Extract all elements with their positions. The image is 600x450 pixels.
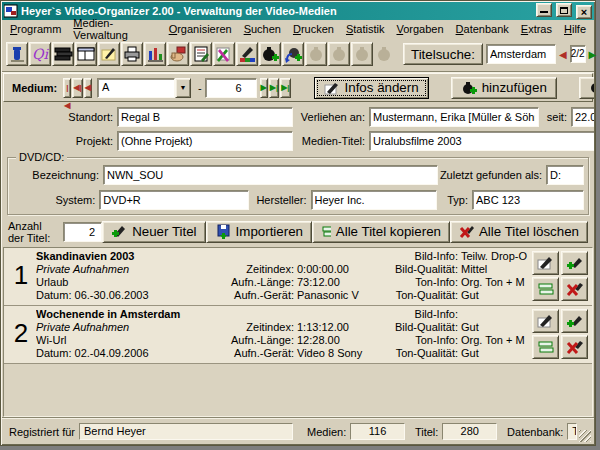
quick-info-icon[interactable]: Qi bbox=[29, 42, 51, 66]
medium-action-icon-4 bbox=[374, 42, 394, 66]
search-input[interactable] bbox=[486, 44, 556, 64]
menu-datenbank[interactable]: Datenbank bbox=[450, 22, 515, 36]
zeitindex-label: Zeitindex: bbox=[224, 321, 294, 334]
aufn-laenge-value: 73:12.00 bbox=[297, 276, 340, 289]
main-area: Medium: |◀ ◀| ◀ A ▼ - ▶ ▶| ▶| Infos ände… bbox=[2, 72, 594, 418]
medium-loeschen-button[interactable]: löschen bbox=[579, 77, 594, 99]
search-prev-icon[interactable]: ◀ bbox=[559, 49, 567, 60]
medium-next-block-button[interactable]: ▶| bbox=[269, 78, 279, 98]
toolbar: Qi bbox=[2, 37, 594, 72]
entry-recording-info: Zeitindex:0:00:00.00 Aufn.-Länge:73:12.0… bbox=[224, 249, 382, 304]
entry-number: 1 bbox=[6, 249, 36, 304]
titelsuche-button[interactable]: Titelsuche: bbox=[403, 43, 483, 65]
close-button[interactable]: × bbox=[576, 5, 592, 19]
maximize-button[interactable] bbox=[556, 3, 572, 17]
neuer-titel-label: Neuer Titel bbox=[132, 224, 196, 239]
medium-hinzufuegen-button[interactable]: hinzufügen bbox=[451, 77, 557, 99]
entry-recording-info: Zeitindex:1:13:12.00 Aufn.-Länge:12:28.0… bbox=[224, 307, 382, 362]
lend-icon[interactable] bbox=[167, 42, 189, 66]
search-next-icon[interactable]: ▶ bbox=[589, 49, 597, 60]
exit-icon[interactable] bbox=[6, 42, 28, 66]
copy-title-icon[interactable] bbox=[532, 335, 559, 359]
neuer-titel-button[interactable]: Neuer Titel bbox=[102, 221, 205, 243]
anzahl-titel-label: Anzahl der Titel: bbox=[8, 220, 59, 244]
menu-statistik[interactable]: Statistik bbox=[340, 22, 391, 36]
import-disk-icon bbox=[215, 224, 231, 239]
medium-action-icon-2 bbox=[328, 42, 350, 66]
standort-field[interactable] bbox=[117, 107, 293, 127]
projekt-field[interactable] bbox=[117, 131, 293, 151]
medium-combo[interactable]: A ▼ bbox=[97, 78, 191, 98]
menu-bar: Programm Medien-Verwaltung Organisieren … bbox=[2, 20, 594, 37]
entry-title: Skandinavien 2003 bbox=[36, 250, 224, 263]
zuletzt-gefunden-label: Zuletzt gefunden als: bbox=[438, 169, 546, 181]
add-medium-icon[interactable] bbox=[259, 42, 281, 66]
menu-vorgaben[interactable]: Vorgaben bbox=[390, 22, 449, 36]
alle-titel-kopieren-button[interactable]: Alle Titel kopieren bbox=[312, 221, 450, 243]
bild-qualitaet-value: Gut bbox=[461, 321, 479, 334]
pen-icon bbox=[324, 81, 340, 95]
entry-actions bbox=[532, 307, 590, 362]
edit-title-icon[interactable] bbox=[532, 309, 559, 333]
mark-icon[interactable] bbox=[236, 42, 258, 66]
dvdcd-group: DVD/CD: Bezeichnung: Zuletzt gefunden al… bbox=[7, 157, 589, 215]
entry-title: Wochenende in Amsterdam bbox=[36, 308, 224, 321]
alle-titel-kopieren-label: Alle Titel kopieren bbox=[336, 224, 441, 239]
medium-next-button[interactable]: ▶ bbox=[260, 78, 268, 98]
add-title-icon[interactable] bbox=[561, 251, 588, 275]
medium-combo-value[interactable]: A bbox=[97, 78, 175, 98]
hinzufuegen-label: hinzufügen bbox=[482, 80, 547, 95]
delete-title-icon[interactable] bbox=[561, 335, 588, 359]
typ-field[interactable] bbox=[472, 190, 584, 210]
hersteller-label: Hersteller: bbox=[249, 194, 310, 206]
minimize-button[interactable] bbox=[536, 3, 552, 17]
infos-aendern-label: Infos ändern bbox=[345, 80, 419, 95]
menu-programm[interactable]: Programm bbox=[4, 22, 67, 36]
system-field[interactable] bbox=[99, 190, 249, 210]
title-entry-1[interactable]: 1 Skandinavien 2003 Private Aufnahmen Ur… bbox=[4, 248, 592, 306]
zuletzt-gefunden-field[interactable] bbox=[546, 165, 584, 185]
title-entry-2[interactable]: 2 Wochenende in Amsterdam Private Aufnah… bbox=[4, 306, 592, 364]
notes-icon[interactable] bbox=[190, 42, 212, 66]
copy-title-icon[interactable] bbox=[532, 277, 559, 301]
menu-hilfe[interactable]: Hilfe bbox=[558, 22, 592, 36]
resize-grip[interactable] bbox=[579, 430, 591, 442]
card-view-icon[interactable] bbox=[75, 42, 97, 66]
print-icon[interactable] bbox=[121, 42, 143, 66]
import-medium-icon[interactable] bbox=[282, 42, 304, 66]
chevron-down-icon[interactable]: ▼ bbox=[175, 78, 191, 98]
bezeichnung-field[interactable] bbox=[103, 165, 438, 185]
medium-action-icon-3 bbox=[351, 42, 373, 66]
medien-titel-field[interactable] bbox=[369, 131, 594, 151]
medium-prev-button[interactable]: ◀ bbox=[84, 78, 92, 98]
delete-title-icon[interactable] bbox=[561, 277, 588, 301]
medium-number-field[interactable] bbox=[205, 78, 257, 98]
entry-category: Urlaub bbox=[36, 276, 224, 289]
statistics-icon[interactable] bbox=[144, 42, 166, 66]
zeitindex-value: 0:00:00.00 bbox=[297, 263, 349, 276]
verliehen-an-field[interactable] bbox=[369, 107, 539, 127]
form-area: Standort: Projekt: Verliehen an: seit: bbox=[2, 103, 594, 157]
search-media-icon[interactable] bbox=[213, 42, 235, 66]
ton-info-label: Ton-Info: bbox=[382, 334, 458, 347]
infos-aendern-button[interactable]: Infos ändern bbox=[314, 77, 429, 99]
menu-suchen[interactable]: Suchen bbox=[238, 22, 287, 36]
menu-extras[interactable]: Extras bbox=[515, 22, 558, 36]
add-title-icon[interactable] bbox=[561, 309, 588, 333]
medium-prev-block-button[interactable]: ◀| bbox=[72, 78, 82, 98]
edit-title-icon[interactable] bbox=[532, 251, 559, 275]
medium-first-button[interactable]: |◀ bbox=[63, 78, 71, 98]
minimize-icon bbox=[540, 11, 548, 13]
status-bar: Registriert für Bernd Heyer Medien: 116 … bbox=[2, 418, 594, 444]
seit-field[interactable] bbox=[571, 107, 594, 127]
hersteller-field[interactable] bbox=[311, 190, 437, 210]
importieren-button[interactable]: Importieren bbox=[206, 221, 312, 243]
menu-organisieren[interactable]: Organisieren bbox=[163, 22, 238, 36]
media-archive-icon[interactable] bbox=[52, 42, 74, 66]
medium-last-button[interactable]: ▶| bbox=[280, 78, 290, 98]
alle-titel-loeschen-button[interactable]: Alle Titel löschen bbox=[450, 221, 588, 243]
bild-info-value: Teilw. Drop-O bbox=[461, 250, 527, 263]
edit-pen-icon[interactable] bbox=[98, 42, 120, 66]
ton-qualitaet-value: Gut bbox=[461, 289, 479, 302]
menu-drucken[interactable]: Drucken bbox=[287, 22, 340, 36]
